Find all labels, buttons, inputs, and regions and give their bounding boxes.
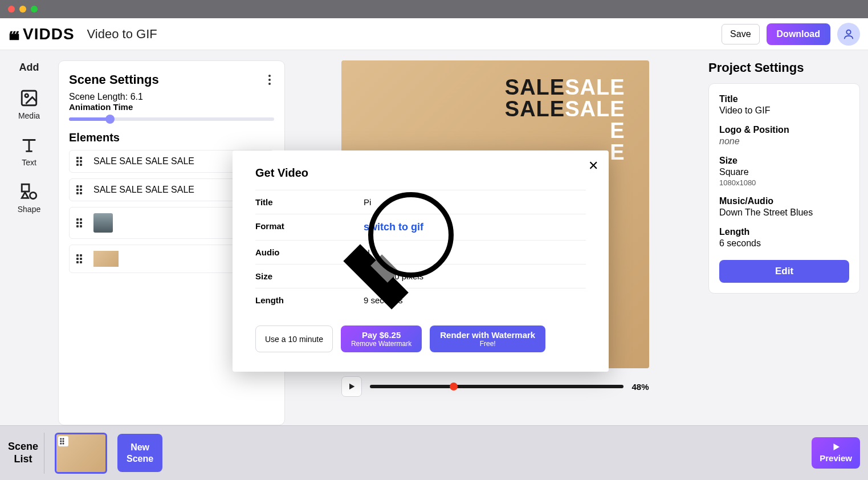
pay-button[interactable]: Pay $6.25 Remove Watermark: [341, 326, 422, 352]
render-watermark-button[interactable]: Render with Watermark Free!: [430, 326, 545, 352]
scene-list-label: Scene List: [8, 433, 44, 474]
svg-point-5: [30, 192, 36, 198]
drag-handle-icon[interactable]: [76, 157, 85, 166]
switch-to-gif-link[interactable]: switch to gif: [364, 221, 423, 233]
scene-settings-title: Scene Settings: [69, 72, 159, 87]
modal-row-audio: Audio N: [255, 240, 586, 264]
modal-row-length: Length 9 seconds: [255, 288, 586, 312]
drag-handle-icon[interactable]: [76, 218, 85, 227]
scene-settings-menu-button[interactable]: [265, 71, 274, 88]
project-settings-panel: Project Settings Title Video to GIF Logo…: [705, 50, 868, 425]
animation-time-slider[interactable]: [69, 117, 274, 121]
project-title-label: Title: [719, 94, 849, 104]
media-tool[interactable]: Media: [18, 88, 40, 120]
preview-button[interactable]: Preview: [812, 437, 860, 469]
elements-title: Elements: [69, 131, 274, 144]
clapperboard-icon: [8, 28, 21, 40]
get-video-modal: ✕ Get Video Title Pi Format switch to gi…: [233, 150, 609, 372]
new-scene-button[interactable]: New Scene: [117, 434, 162, 471]
trial-button[interactable]: Use a 10 minute: [255, 326, 333, 352]
edit-project-button[interactable]: Edit: [719, 260, 849, 283]
maximize-window-button[interactable]: [31, 6, 38, 13]
close-window-button[interactable]: [8, 6, 15, 13]
animation-time-label: Animation Time: [69, 102, 274, 112]
element-thumbnail: [93, 251, 119, 267]
svg-point-1: [846, 30, 850, 34]
drag-handle-icon[interactable]: [76, 254, 85, 263]
project-length-value: 6 seconds: [719, 238, 849, 249]
brand-text: VIDDS: [23, 25, 75, 43]
project-music-value: Down The Street Blues: [719, 208, 849, 218]
project-title-value: Video to GIF: [719, 105, 849, 116]
tool-sidebar: Add Media Text Shape: [0, 50, 58, 425]
project-size-value: Square: [719, 167, 849, 177]
element-label: SALE SALE SALE SALE: [93, 185, 194, 195]
progress-percent: 48%: [631, 382, 649, 392]
svg-point-3: [25, 94, 28, 97]
drag-handle-icon[interactable]: [58, 436, 68, 446]
progress-track[interactable]: [370, 385, 624, 388]
text-tool[interactable]: Text: [19, 135, 39, 167]
project-length-label: Length: [719, 227, 849, 237]
page-title: Video to GIF: [87, 27, 157, 42]
shapes-icon: [19, 182, 39, 201]
svg-rect-4: [22, 184, 29, 192]
project-settings-title: Project Settings: [708, 60, 860, 75]
modal-close-button[interactable]: ✕: [588, 158, 598, 173]
image-icon: [19, 88, 39, 108]
window-titlebar: [0, 0, 868, 18]
project-size-sub: 1080x1080: [719, 178, 849, 187]
user-avatar[interactable]: [837, 23, 860, 46]
playback-bar: 48%: [341, 376, 649, 397]
user-icon: [842, 28, 855, 40]
project-logo-label: Logo & Position: [719, 125, 849, 135]
text-icon: [19, 135, 39, 154]
shape-tool[interactable]: Shape: [18, 182, 40, 214]
scene-length-label: Scene Length: 6.1: [69, 92, 274, 102]
play-icon: [347, 382, 356, 391]
project-size-label: Size: [719, 156, 849, 166]
modal-title: Get Video: [255, 166, 586, 180]
modal-row-size: Size 5 500 pixels: [255, 264, 586, 288]
drag-handle-icon[interactable]: [76, 185, 85, 194]
project-music-label: Music/Audio: [719, 196, 849, 206]
scene-thumbnail[interactable]: [55, 433, 107, 474]
progress-thumb[interactable]: [450, 383, 458, 390]
play-icon: [831, 442, 841, 452]
modal-row-format: Format switch to gif: [255, 214, 586, 240]
element-thumbnail: [93, 213, 113, 233]
bottom-bar: Scene List New Scene Preview: [0, 425, 868, 480]
add-tool[interactable]: Add: [19, 62, 39, 74]
save-button[interactable]: Save: [722, 24, 759, 44]
project-logo-value: none: [719, 136, 849, 147]
modal-row-title: Title Pi: [255, 190, 586, 214]
slider-thumb[interactable]: [105, 115, 115, 124]
brand-logo[interactable]: VIDDS: [8, 25, 75, 43]
play-button[interactable]: [341, 376, 362, 397]
minimize-window-button[interactable]: [19, 6, 26, 13]
download-button[interactable]: Download: [767, 23, 830, 45]
element-label: SALE SALE SALE SALE: [93, 156, 194, 166]
svg-rect-0: [10, 34, 19, 40]
app-header: VIDDS Video to GIF Save Download: [0, 18, 868, 50]
